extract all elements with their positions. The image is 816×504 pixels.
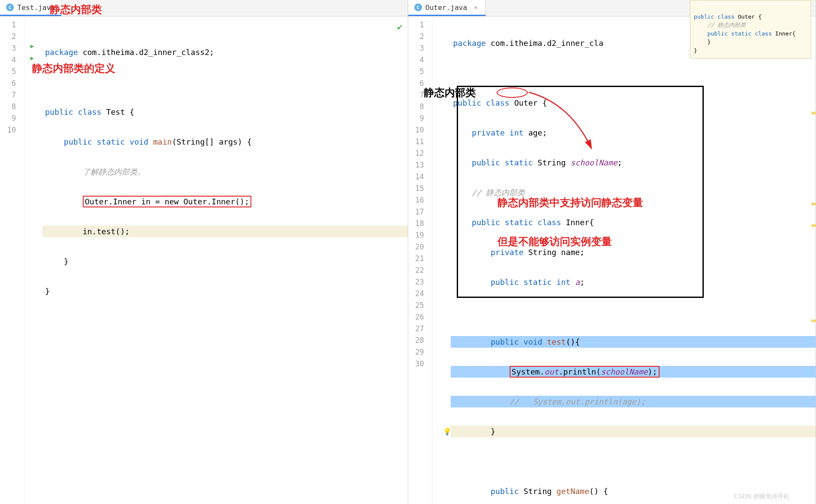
- warning-stripe[interactable]: [811, 320, 816, 322]
- java-class-icon: C: [6, 3, 14, 11]
- run-icon[interactable]: ▶: [30, 42, 34, 49]
- run-icon[interactable]: ▶: [30, 55, 34, 61]
- tab-bar-left: C Test.java 静态内部类: [0, 0, 408, 16]
- red-circle-static: [497, 87, 528, 98]
- annotation-title: 静态内部类: [50, 3, 102, 16]
- code-area-left[interactable]: ✔ package com.itheima.d2_inner_class2; p…: [42, 16, 408, 504]
- annotation-static-inner: 静态内部类: [424, 86, 476, 100]
- tab-label: Outer.java: [426, 3, 467, 12]
- structure-popup: public class Outer { // 静态内部类 public sta…: [690, 0, 811, 58]
- left-editor-pane: C Test.java 静态内部类 12345678910 ▶ ▶ ✔ pack…: [0, 0, 408, 504]
- intention-bulb-icon[interactable]: 💡: [443, 426, 452, 437]
- code-area-right[interactable]: package package com.itheima.d2_inner_cla…: [451, 16, 816, 504]
- tab-label: Test.java: [17, 3, 55, 12]
- right-editor-pane: C Outer.java × 1234567891011121314151617…: [408, 0, 816, 504]
- tab-outer-java[interactable]: C Outer.java ×: [408, 0, 486, 16]
- code-editor-left[interactable]: 12345678910 ▶ ▶ ✔ package com.itheima.d2…: [0, 16, 408, 504]
- close-icon[interactable]: ×: [472, 4, 479, 11]
- run-gutter: ▶ ▶: [24, 16, 42, 504]
- annotation-access-rule: 静态内部类中支持访问静态变量 但是不能够访问实例变量: [497, 170, 643, 274]
- line-gutter: 12345678910: [0, 16, 24, 504]
- warning-stripe[interactable]: [811, 203, 816, 205]
- warning-stripe[interactable]: [811, 112, 816, 114]
- code-editor-right[interactable]: 1234567891011121314151617181920212223242…: [408, 16, 816, 504]
- status-checkmark-icon: ✔: [397, 22, 402, 32]
- annotation-definition: 静态内部类的定义: [32, 61, 115, 75]
- highlighted-code-box: Outer.Inner in = new Outer.Inner();: [83, 196, 251, 207]
- code-line: in.test();: [45, 227, 130, 236]
- watermark-text: CSDN @睡觉待开机: [734, 493, 790, 501]
- warning-stripe[interactable]: [811, 224, 816, 227]
- comment-text: 了解静态内部类。: [83, 167, 145, 176]
- java-class-icon: C: [414, 3, 422, 11]
- highlighted-code-box: System.out.println(schoolName);: [510, 366, 660, 378]
